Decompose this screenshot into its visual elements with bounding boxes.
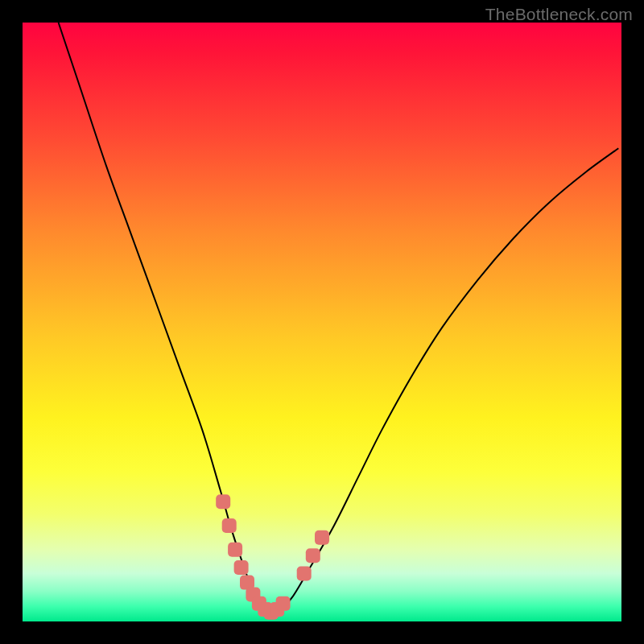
marker-dot xyxy=(306,548,320,563)
marker-dot xyxy=(297,567,312,581)
bottleneck-curve xyxy=(59,23,619,613)
marker-dot xyxy=(315,530,329,545)
marker-dot xyxy=(234,560,249,575)
gradient-plot-area xyxy=(23,23,621,621)
marker-dot xyxy=(216,494,230,509)
plot-svg xyxy=(23,23,621,621)
highlight-markers xyxy=(216,494,329,620)
marker-dot xyxy=(222,518,237,533)
marker-dot xyxy=(276,597,291,611)
watermark-text: TheBottleneck.com xyxy=(485,5,633,24)
marker-dot xyxy=(228,543,242,557)
